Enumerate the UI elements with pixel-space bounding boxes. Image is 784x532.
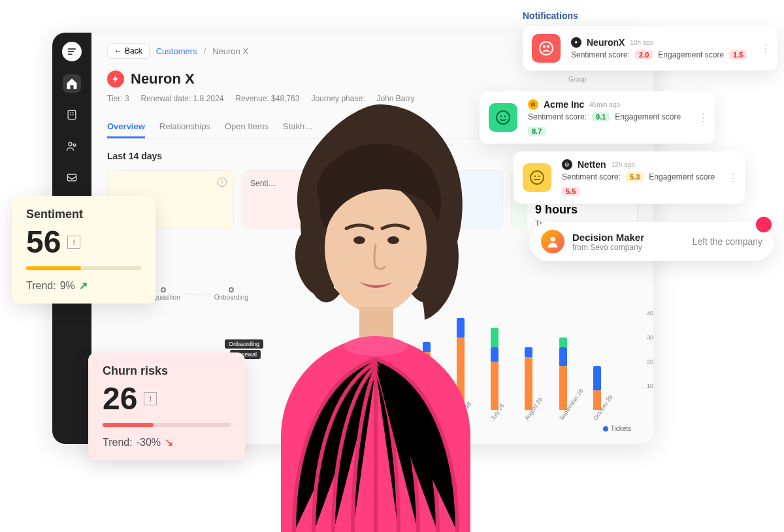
notif-name: NeuronX (587, 37, 625, 48)
tab-relationships[interactable]: Relationships (159, 116, 210, 138)
dm-subtitle: from Sevo company (572, 243, 644, 252)
metric-card-senti: Senti… i (242, 170, 368, 229)
bar-segment (423, 342, 431, 352)
eng-value: 1.5 (729, 50, 747, 59)
bar-segment (457, 337, 465, 410)
nav-team[interactable] (63, 137, 81, 155)
y-tick: 20 (647, 358, 653, 365)
notification-netten[interactable]: ⊜ Netten 12h ago Sentiment score: 5.3 En… (514, 151, 745, 204)
notification-acme[interactable]: ılı Acme Inc 45min ago Sentiment score: … (480, 91, 715, 144)
breadcrumb-parent[interactable]: Customers (156, 46, 197, 56)
nav-home[interactable] (63, 74, 81, 93)
happy-face-icon (489, 103, 517, 132)
bar-segment (559, 366, 567, 410)
notification-neuronx[interactable]: ✦ NeuronX 10h ago Sentiment score: 2.0 E… (523, 26, 777, 70)
trend-value: 9% (60, 280, 75, 292)
bar-segment (593, 366, 601, 390)
y-tick: 40 (647, 310, 653, 317)
dm-status: Left the company (693, 236, 762, 247)
customer-logo (107, 70, 124, 87)
sent-label: Sentiment score: (528, 112, 587, 121)
svg-point-9 (534, 176, 536, 177)
kpi-churn-card: Churn risks 26 ! Trend: -30% ↘ (88, 352, 245, 460)
journey-stage-onboarding: Onboarding (214, 287, 248, 301)
logo-icon (67, 46, 77, 57)
more-icon[interactable]: ⋮ (698, 112, 706, 124)
tab-overview[interactable]: Overview (107, 116, 145, 138)
sent-value: 2.0 (635, 50, 653, 59)
metric-label: Senti… (250, 179, 360, 188)
sent-value: 5.3 (626, 172, 644, 181)
info-icon[interactable]: i (352, 178, 361, 187)
svg-point-2 (73, 144, 76, 147)
eng-label: Engagement score (658, 50, 724, 59)
alert-dot-icon (756, 217, 772, 232)
more-icon[interactable]: ⋮ (728, 172, 736, 184)
person-icon (546, 234, 560, 249)
bar-segment (354, 374, 362, 411)
bar-group (521, 313, 536, 410)
tab-open-items[interactable]: Open Items (225, 116, 269, 138)
nav-inbox[interactable] (63, 168, 81, 187)
tab-stakeholders[interactable]: Stakh… (283, 116, 313, 138)
revenue: Revenue: $48,763 (235, 94, 299, 103)
bar-segment (491, 347, 498, 362)
kpi-churn-value: 26 (103, 381, 137, 416)
kpi-churn-trend: Trend: -30% ↘ (103, 436, 231, 448)
nav-customers[interactable] (63, 106, 81, 124)
decision-maker-card[interactable]: Decision Maker from Sevo company Left th… (529, 222, 774, 261)
legend-label: Tickets (611, 425, 631, 432)
eng-value: 5.5 (562, 187, 580, 196)
customer-header: Neuron X (107, 70, 638, 87)
bar-group (487, 313, 502, 410)
notif-name: Acme Inc (544, 99, 584, 110)
kpi-sentiment-trend: Trend: 9% ↗ (26, 279, 141, 292)
bar-segment (491, 328, 498, 347)
sent-label: Sentiment score: (562, 172, 621, 181)
notif-time: 10h ago (630, 39, 653, 46)
breadcrumb-current: Neuron X (212, 46, 248, 56)
eng-value: 8.7 (528, 127, 546, 136)
bolt-icon (111, 74, 120, 84)
kpi-churn-bar (103, 423, 231, 427)
chevron-left-icon: ← (114, 46, 122, 55)
bar-group (350, 313, 366, 410)
brand-badge-icon: ılı (528, 99, 538, 110)
bar-segment (457, 318, 465, 337)
svg-point-8 (531, 171, 544, 184)
svg-point-1 (69, 142, 72, 146)
journey-row: Acquasition Onboarding (146, 287, 248, 301)
bar-group (555, 313, 571, 410)
notif-time: 45min ago (589, 101, 620, 108)
svg-rect-0 (68, 110, 76, 119)
kpi-sentiment-title: Sentiment (26, 208, 141, 221)
back-button[interactable]: ← Back (107, 43, 150, 59)
pill-onboarding: Onbaording (225, 339, 263, 349)
bar-segment (388, 342, 396, 356)
neutral-face-icon (523, 163, 551, 192)
kpi-sentiment-bar (26, 266, 141, 270)
legend-dot-icon (603, 426, 608, 431)
bar-group (453, 313, 468, 410)
bar-group (384, 313, 400, 410)
breadcrumb-separator: / (204, 46, 206, 56)
arrow-up-icon: ↗ (79, 279, 88, 292)
kpi-sentiment-card: Sentiment 56 ! Trend: 9% ↗ (12, 196, 155, 304)
bar-group (589, 313, 605, 410)
notifications-title: Notifications (523, 10, 578, 21)
alert-icon: ! (67, 236, 80, 249)
renewal-date: Renewal date: 1.8.2024 (141, 94, 224, 103)
info-icon[interactable]: i (218, 178, 227, 187)
more-icon[interactable]: ⋮ (760, 42, 768, 55)
building-icon (65, 108, 78, 121)
notifications-group-label: Group (568, 76, 587, 83)
csm-name: John Barry (376, 94, 414, 103)
people-icon (65, 140, 78, 153)
notif-name: Netten (578, 159, 606, 170)
y-tick: 10 (647, 383, 653, 389)
kpi-churn-title: Churn risks (103, 364, 231, 378)
trend-value: -30% (137, 437, 161, 448)
eng-label: Engagement score (615, 112, 681, 121)
app-logo[interactable] (62, 42, 82, 61)
back-button-label: Back (125, 46, 142, 55)
